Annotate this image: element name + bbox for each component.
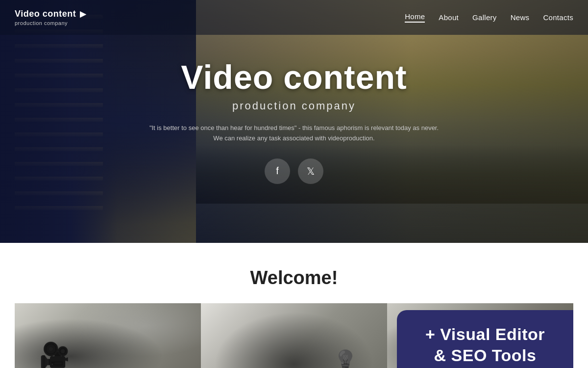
- promo-text-line1: + Visual Editor & SEO Tools: [416, 324, 554, 366]
- gallery-item-1: [15, 303, 201, 368]
- nav-news[interactable]: News: [511, 13, 530, 22]
- hero-main-title: Video content: [147, 59, 441, 96]
- nav-contacts[interactable]: Contacts: [543, 13, 573, 22]
- hero-section: Video content production company "It is …: [0, 0, 588, 243]
- hero-sub-title: production company: [147, 100, 441, 112]
- gallery-item-2: [201, 303, 387, 368]
- promo-badge: + Visual Editor & SEO Tools: [397, 310, 573, 368]
- hero-content: Video content production company "It is …: [147, 59, 441, 184]
- logo-icon: ▶: [80, 9, 86, 19]
- gallery-row: + Visual Editor & SEO Tools: [15, 303, 573, 368]
- nav-gallery[interactable]: Gallery: [472, 13, 497, 22]
- hero-social: f 𝕏: [147, 158, 441, 184]
- logo-title: Video content ▶: [15, 9, 86, 19]
- welcome-section: Welcome! + Visual Editor & SEO Tools: [0, 243, 588, 368]
- hero-quote: "It is better to see once than hear for …: [147, 123, 441, 144]
- nav-home[interactable]: Home: [405, 12, 425, 23]
- welcome-title: Welcome!: [15, 267, 573, 289]
- facebook-icon: f: [276, 165, 279, 177]
- logo-subtitle: production company: [15, 20, 86, 26]
- twitter-icon: 𝕏: [307, 165, 315, 177]
- main-nav: Home About Gallery News Contacts: [405, 12, 573, 23]
- logo-text: Video content: [15, 9, 76, 19]
- twitter-button[interactable]: 𝕏: [298, 158, 323, 184]
- nav-about[interactable]: About: [439, 13, 459, 22]
- header: Video content ▶ production company Home …: [0, 0, 588, 35]
- logo: Video content ▶ production company: [15, 9, 86, 26]
- facebook-button[interactable]: f: [265, 158, 290, 184]
